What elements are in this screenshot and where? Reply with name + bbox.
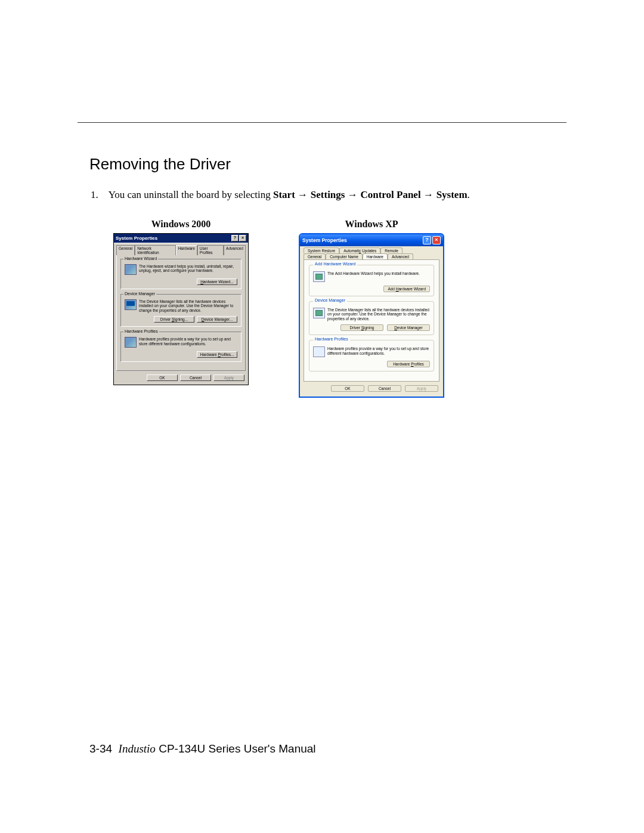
hardware-profiles-icon (125, 337, 137, 348)
path-settings: Settings (311, 189, 345, 200)
arrow-icon: → (298, 189, 311, 200)
hardware-wizard-icon (125, 264, 137, 275)
footer-brand: Industio (119, 742, 156, 755)
section-heading: Removing the Driver (89, 155, 555, 174)
arrow-icon: → (348, 189, 361, 200)
close-icon[interactable]: × (432, 236, 441, 244)
w2k-title-text: System Properties (116, 236, 157, 241)
w2k-system-properties-dialog: System Properties ? × General Network Id… (113, 233, 249, 385)
wxp-title-text: System Properties (302, 237, 347, 243)
group-legend: Device Manager (123, 292, 156, 296)
help-icon[interactable]: ? (231, 235, 239, 241)
w2k-column: Windows 2000 System Properties ? × Gener… (113, 219, 249, 398)
device-manager-button[interactable]: Device Manager... (197, 316, 237, 323)
device-manager-icon (313, 308, 325, 318)
ok-button[interactable]: OK (331, 385, 364, 392)
group-legend: Add Hardware Wizard (313, 262, 357, 266)
step-1: 1. You can uninstall the board by select… (106, 188, 555, 202)
tab-automatic-updates[interactable]: Automatic Updates (339, 247, 380, 253)
group-legend: Hardware Profiles (313, 337, 350, 341)
hardware-profiles-button[interactable]: Hardware Profiles... (197, 351, 237, 358)
tab-user-profiles[interactable]: User Profiles (197, 245, 224, 255)
group-text: The Add Hardware Wizard helps you instal… (327, 271, 420, 275)
group-text: The Device Manager lists all the hardwar… (139, 299, 237, 312)
ok-button[interactable]: OK (147, 374, 178, 381)
group-legend: Device Manager (313, 298, 347, 302)
add-hardware-icon (313, 271, 325, 282)
header-rule (78, 122, 566, 123)
screenshots-row: Windows 2000 System Properties ? × Gener… (113, 219, 555, 398)
w2k-device-manager-group: Device Manager The Device Manager lists … (120, 294, 242, 327)
page-number: 3-34 (89, 742, 112, 755)
wxp-titlebar: System Properties ? × (300, 234, 443, 246)
hardware-wizard-button[interactable]: Hardware Wizard... (197, 278, 237, 285)
driver-signing-button[interactable]: Driver Signing (340, 324, 383, 331)
group-legend: Hardware Profiles (123, 329, 159, 333)
w2k-hardware-profiles-group: Hardware Profiles Hardware profiles prov… (120, 332, 242, 362)
tab-advanced[interactable]: Advanced (388, 253, 413, 259)
wxp-hardware-profiles-group: Hardware Profiles Hardware profiles prov… (309, 340, 434, 371)
tab-network-identification[interactable]: Network Identification (135, 245, 176, 255)
tab-general[interactable]: General (304, 253, 326, 259)
add-hardware-wizard-button[interactable]: Add Hardware Wizard (383, 286, 430, 292)
help-icon[interactable]: ? (423, 236, 431, 244)
path-control-panel: Control Panel (360, 189, 420, 200)
tab-advanced[interactable]: Advanced (224, 245, 246, 255)
arrow-icon: → (423, 189, 436, 200)
tab-hardware[interactable]: Hardware (363, 253, 388, 259)
hardware-profiles-button[interactable]: Hardware Profiles (387, 361, 430, 367)
hardware-profiles-icon (313, 346, 325, 357)
tab-system-restore[interactable]: System Restore (304, 247, 339, 253)
page-content: Removing the Driver 1. You can uninstall… (89, 155, 555, 398)
w2k-tabs: General Network Identification Hardware … (114, 243, 248, 255)
cancel-button[interactable]: Cancel (180, 374, 211, 381)
w2k-dialog-buttons: OK Cancel Apply (114, 373, 248, 385)
tab-remote[interactable]: Remote (380, 247, 402, 253)
wxp-dialog-buttons: OK Cancel Apply (300, 385, 443, 397)
tab-hardware[interactable]: Hardware (176, 245, 197, 255)
device-manager-button[interactable]: Device Manager (387, 324, 430, 331)
footer-tail: User's Manual (244, 742, 316, 755)
step-prefix: You can uninstall the board by selecting (109, 189, 273, 200)
footer-series: CP-134U Series (159, 742, 240, 755)
wxp-add-hardware-group: Add Hardware Wizard The Add Hardware Wiz… (309, 265, 434, 296)
group-text: The Hardware wizard helps you install, u… (139, 264, 237, 273)
step-suffix: . (467, 189, 470, 200)
wxp-tabs: System Restore Automatic Updates Remote … (300, 246, 443, 259)
w2k-tab-body: Hardware Wizard The Hardware wizard help… (116, 255, 246, 371)
cancel-button[interactable]: Cancel (368, 385, 401, 392)
device-manager-icon (125, 299, 137, 310)
apply-button[interactable]: Apply (213, 374, 244, 381)
tab-computer-name[interactable]: Computer Name (326, 253, 363, 259)
wxp-column: Windows XP System Properties ? × System … (299, 219, 444, 398)
apply-button[interactable]: Apply (405, 385, 438, 392)
path-start: Start (273, 189, 295, 200)
tab-general[interactable]: General (116, 245, 135, 255)
w2k-hardware-wizard-group: Hardware Wizard The Hardware wizard help… (120, 259, 242, 289)
wxp-system-properties-dialog: System Properties ? × System Restore Aut… (299, 233, 444, 398)
w2k-caption: Windows 2000 (151, 219, 211, 230)
group-text: The Device Manager lists all the hardwar… (327, 308, 430, 321)
path-system: System (436, 189, 467, 200)
wxp-tab-body: Add Hardware Wizard The Add Hardware Wiz… (304, 259, 439, 382)
driver-signing-button[interactable]: Driver Signing... (154, 316, 194, 323)
group-text: Hardware profiles provide a way for you … (327, 346, 430, 355)
close-icon[interactable]: × (239, 235, 246, 241)
wxp-caption: Windows XP (345, 219, 398, 230)
step-number: 1. (91, 188, 106, 202)
wxp-device-manager-group: Device Manager The Device Manager lists … (309, 301, 434, 335)
group-text: Hardware profiles provide a way for you … (139, 337, 237, 346)
page-footer: 3-34 Industio CP-134U Series User's Manu… (89, 742, 316, 755)
group-legend: Hardware Wizard (123, 256, 158, 261)
w2k-titlebar: System Properties ? × (114, 234, 248, 243)
